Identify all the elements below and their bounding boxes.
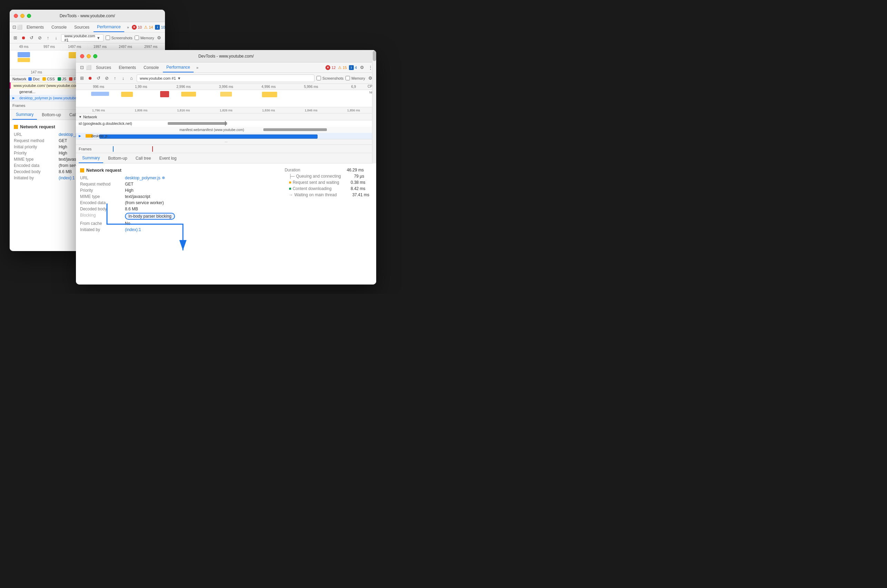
- info-icon-2: i: [349, 65, 354, 70]
- devtools-device-icon-2[interactable]: ⬜: [86, 64, 92, 71]
- frames-section-2: Frames: [76, 145, 376, 153]
- reload-icon-2[interactable]: ↺: [95, 75, 101, 81]
- record-toolbar-1: ⊞ ⏺ ↺ ⊘ ↑ ↓ www.youtube.com #1 ▼ Screens…: [10, 32, 165, 44]
- tab-console-2[interactable]: Console: [140, 63, 162, 72]
- tab-summary-1[interactable]: Summary: [12, 110, 37, 120]
- desktop-label: desktop_p...: [92, 134, 110, 138]
- tab-more-1[interactable]: »: [125, 24, 131, 31]
- devtools-inspect-icon[interactable]: ⊡: [12, 24, 16, 30]
- flame-bar-w2-1: [91, 92, 109, 96]
- maximize-button-2[interactable]: [93, 54, 97, 58]
- tab-bar-1: ⊡ ⬜ Elements Console Sources Performance…: [10, 22, 165, 32]
- tab-summary-2[interactable]: Summary: [79, 153, 103, 163]
- panel-icon-2[interactable]: ⊞: [79, 75, 85, 81]
- initiated-link-2[interactable]: (index):1: [125, 227, 141, 232]
- network-detail-row-2[interactable]: ▶ desktop_p...: [76, 133, 376, 139]
- stop-icon-2[interactable]: ⊘: [104, 75, 110, 81]
- yellow-square-2: [80, 168, 84, 172]
- duration-panel-2: Duration 46.29 ms ├─ Queuing and connect…: [285, 168, 369, 199]
- legend-css-1: CSS: [42, 77, 55, 81]
- blocking-value: In-body parser blocking: [125, 213, 175, 220]
- network-detail-row-0[interactable]: id (googleads.g.doubleclick.net): [76, 120, 376, 127]
- tab-bar-2: ⊡ ⬜ Sources Elements Console Performance…: [76, 62, 376, 73]
- tab-calltree-2[interactable]: Call tree: [132, 153, 155, 163]
- tab-bottomup-2[interactable]: Bottom-up: [105, 153, 131, 163]
- tab-more-2[interactable]: »: [194, 64, 200, 71]
- info-badge-1: i 10: [155, 25, 165, 30]
- error-icon-2: ✕: [325, 65, 330, 70]
- error-icon-1: ✕: [132, 25, 137, 30]
- tab-eventlog-2[interactable]: Event log: [156, 153, 180, 163]
- timeline-ruler-top-2: 996 ms 1,99 ms 2,996 ms 3,996 ms 4,996 m…: [76, 84, 376, 90]
- devtools-window-2: DevTools - www.youtube.com/ ⊡ ⬜ Sources …: [76, 50, 376, 285]
- titlebar-1: DevTools - www.youtube.com/: [10, 10, 165, 22]
- scroll-thumb-2[interactable]: [373, 51, 376, 61]
- network-row-label-0: www.youtube.com/ (www.youtube.com): [14, 84, 83, 88]
- tab-bottomup-1[interactable]: Bottom-up: [38, 110, 64, 120]
- tab-elements-1[interactable]: Elements: [23, 22, 47, 32]
- info-badge-2: i 4: [349, 65, 357, 70]
- info-encoded-2: Encoded data (from service worker): [80, 200, 372, 205]
- download-icon-2[interactable]: ↓: [120, 75, 126, 81]
- flame-chart-2[interactable]: NET: [76, 90, 376, 107]
- network-label-1: Network: [12, 77, 26, 81]
- badge-group-1: ✕ 10 ⚠ 14 i 10 ⚙ ⋮: [132, 24, 165, 30]
- panel-icon-1[interactable]: ⊞: [12, 35, 19, 41]
- settings-icon-record-1[interactable]: ⚙: [156, 35, 162, 41]
- stop-icon-1[interactable]: ⊘: [37, 35, 43, 41]
- legend-doc-1: Doc: [28, 77, 40, 81]
- manifest-label: manifest.webmanifest (www.youtube.com): [179, 128, 244, 132]
- external-link-icon-2[interactable]: ⊕: [162, 176, 165, 180]
- network-detail-label-0: id (googleads.g.doubleclick.net): [79, 122, 161, 126]
- settings-icon-2[interactable]: ⚙: [359, 64, 365, 71]
- devtools-device-icon[interactable]: ⬜: [17, 24, 23, 30]
- initiated-link-1[interactable]: (index):1: [59, 176, 75, 180]
- upload-icon-2[interactable]: ↑: [112, 75, 118, 81]
- maximize-button-1[interactable]: [27, 14, 31, 18]
- traffic-lights-1: [14, 14, 31, 18]
- network-detail-row-1[interactable]: manifest.webmanifest (www.youtube.com): [76, 127, 376, 133]
- close-button-1[interactable]: [14, 14, 18, 18]
- minimize-button-1[interactable]: [20, 14, 24, 18]
- home-icon-2[interactable]: ⌂: [128, 75, 135, 81]
- flame-bar-2: [18, 58, 30, 62]
- upload-icon-1[interactable]: ↑: [45, 35, 51, 41]
- tab-elements-2[interactable]: Elements: [115, 63, 140, 72]
- tab-console-1[interactable]: Console: [48, 22, 70, 32]
- tab-sources-1[interactable]: Sources: [71, 22, 93, 32]
- url-bar-2: www.youtube.com #1 ▼: [137, 75, 314, 82]
- info-blocking-2: Blocking In-body parser blocking: [80, 213, 372, 220]
- duration-main: Duration 46.29 ms: [285, 168, 369, 172]
- record-icon-2[interactable]: ⏺: [87, 75, 93, 81]
- desktop-timeline-bar: [99, 135, 317, 139]
- detail-ruler-2: 1,796 ms 1,806 ms 1,816 ms 1,826 ms 1,83…: [76, 107, 376, 114]
- tab-performance-1[interactable]: Performance: [93, 22, 124, 32]
- info-decoded-2: Decoded body 8.6 MB: [80, 207, 372, 212]
- manifest-bar: [263, 128, 327, 131]
- frame-marker-1: [113, 146, 114, 152]
- reload-icon-1[interactable]: ↺: [29, 35, 35, 41]
- url-link-2[interactable]: desktop_polymer.js: [125, 176, 161, 180]
- summary-panel-2: Network request URL desktop_polymer.js ⊕…: [76, 164, 376, 285]
- screenshots-checkbox-1[interactable]: Screenshots: [105, 36, 132, 40]
- close-button-2[interactable]: [80, 54, 84, 58]
- devtools-inspect-icon-2[interactable]: ⊡: [79, 64, 85, 71]
- info-fromcache-2: From cache No: [80, 221, 372, 226]
- divider-dots: ···: [76, 140, 376, 145]
- warning-badge-2: ⚠ 15: [338, 65, 347, 70]
- record-icon-1[interactable]: ⏺: [21, 35, 27, 41]
- duration-queuing: ├─ Queuing and connecting 79 µs: [289, 174, 369, 178]
- window-title-2: DevTools - www.youtube.com/: [198, 54, 254, 58]
- duration-waiting: → Waiting on main thread 37.41 ms: [289, 192, 369, 197]
- record-toolbar-2: ⊞ ⏺ ↺ ⊘ ↑ ↓ ⌂ www.youtube.com #1 ▼ Scree…: [76, 73, 376, 84]
- download-icon-1[interactable]: ↓: [53, 35, 59, 41]
- memory-checkbox-2[interactable]: Memory: [346, 76, 365, 80]
- tab-performance-2[interactable]: Performance: [163, 63, 194, 72]
- memory-checkbox-1[interactable]: Memory: [135, 36, 154, 40]
- duration-request: ■ Request sent and waiting 0.38 ms: [289, 180, 369, 185]
- minimize-button-2[interactable]: [87, 54, 91, 58]
- screenshots-checkbox-2[interactable]: Screenshots: [316, 76, 343, 80]
- duration-downloading: ■ Content downloading 8.42 ms: [289, 186, 369, 191]
- tab-sources-2[interactable]: Sources: [93, 63, 114, 72]
- warning-badge-1: ⚠ 14: [144, 25, 153, 30]
